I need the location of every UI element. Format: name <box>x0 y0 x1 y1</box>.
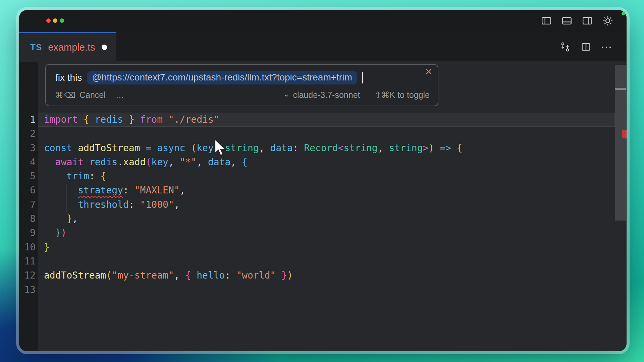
token: ( <box>146 157 151 168</box>
code-editor[interactable]: 1import { redis } from "./redis"23const … <box>19 62 627 351</box>
tab-filename: example.ts <box>48 42 95 53</box>
tab-example-ts[interactable]: TS example.ts <box>19 32 116 61</box>
token: : <box>225 270 236 281</box>
line-number[interactable]: 8 <box>19 212 36 226</box>
model-selector[interactable]: claude-3.7-sonnet <box>293 90 360 100</box>
token: key <box>197 142 214 154</box>
token <box>44 213 66 224</box>
token: , <box>259 142 270 154</box>
token: , <box>72 213 78 224</box>
token: , <box>174 199 180 210</box>
token <box>72 142 78 154</box>
line-number[interactable]: 12 <box>19 268 36 283</box>
line-number[interactable]: 3 <box>19 141 36 155</box>
line-number[interactable]: 7 <box>19 198 36 212</box>
token: , <box>230 157 242 168</box>
token <box>78 114 84 125</box>
split-editor-icon[interactable] <box>580 41 592 53</box>
mouse-cursor <box>212 139 227 159</box>
token: addToStream <box>78 142 140 154</box>
token: const <box>44 142 72 154</box>
prompt-input-text[interactable]: fix this <box>55 72 82 83</box>
line-number[interactable]: 1 <box>19 113 36 127</box>
token: await <box>55 157 84 168</box>
code-line[interactable]: 4 await redis.xadd(key, "*", data, { <box>19 155 606 169</box>
code-line[interactable]: 9 }) <box>19 226 606 240</box>
code-line[interactable]: 10} <box>19 240 606 254</box>
line-number[interactable]: 10 <box>19 240 36 254</box>
toggle-secondary-sidebar-icon[interactable] <box>581 15 593 27</box>
toggle-panel-icon[interactable] <box>561 15 573 27</box>
code-line[interactable]: 2 <box>19 127 606 141</box>
close-icon[interactable]: ✕ <box>425 67 432 77</box>
line-number[interactable]: 5 <box>19 169 36 183</box>
token: ( <box>191 142 197 154</box>
token <box>451 142 457 154</box>
code-lines: 1import { redis } from "./redis"23const … <box>19 113 606 297</box>
cancel-button[interactable]: Cancel <box>79 90 106 100</box>
token: addToStream <box>44 270 106 281</box>
more-options-button[interactable]: … <box>116 90 125 100</box>
code-line[interactable]: 7 threshold: "1000", <box>19 198 606 212</box>
token <box>44 227 55 238</box>
toggle-primary-sidebar-icon[interactable] <box>540 15 552 27</box>
token: "1000" <box>140 199 174 210</box>
close-window-button[interactable] <box>46 18 51 23</box>
token: ) <box>287 270 293 281</box>
compare-changes-icon[interactable] <box>559 41 571 53</box>
line-number[interactable]: 13 <box>19 283 36 297</box>
token: } <box>55 227 61 238</box>
token <box>151 142 157 154</box>
token: > <box>423 142 429 154</box>
token: } <box>44 242 50 253</box>
code-line[interactable]: 13 <box>19 283 606 297</box>
more-actions-icon[interactable]: ⋯ <box>601 41 612 53</box>
token: "*" <box>180 157 197 168</box>
code-text: }) <box>36 226 66 240</box>
code-line[interactable]: 3const addToStream = async (key: string,… <box>19 141 606 155</box>
context-url-chip[interactable]: @https://context7.com/upstash-redis/llm.… <box>87 71 357 84</box>
token <box>44 157 55 168</box>
recording-indicator-dot <box>622 12 625 15</box>
line-number[interactable]: 9 <box>19 226 36 240</box>
token <box>123 114 129 125</box>
code-line[interactable]: 8 }, <box>19 212 606 226</box>
code-line[interactable]: 6 strategy: "MAXLEN", <box>19 183 606 197</box>
settings-gear-icon[interactable] <box>602 15 614 27</box>
token <box>140 142 146 154</box>
token: redis <box>95 114 123 125</box>
titlebar[interactable] <box>19 10 627 33</box>
token <box>191 270 197 281</box>
code-line[interactable]: 1import { redis } from "./redis" <box>19 113 606 127</box>
token: ) <box>428 142 434 154</box>
token <box>276 270 281 281</box>
zoom-window-button[interactable] <box>60 18 64 23</box>
line-number[interactable]: 11 <box>19 254 36 268</box>
line-number[interactable]: 4 <box>19 155 36 169</box>
tab-bar: TS example.ts ⋯ <box>19 32 627 62</box>
overview-ruler-cursor-marker <box>615 88 626 90</box>
window-controls <box>46 18 64 23</box>
token: , <box>378 142 389 154</box>
token: "world" <box>236 270 276 281</box>
code-line[interactable]: 5 trim: { <box>19 169 606 183</box>
line-number[interactable]: 2 <box>19 127 36 141</box>
code-line[interactable]: 11 <box>19 254 606 268</box>
code-text <box>36 283 44 297</box>
token: Record <box>304 142 338 154</box>
token: "my-stream" <box>112 270 174 281</box>
editor-window: TS example.ts ⋯ 1import { redis } from "… <box>19 10 627 351</box>
code-line[interactable]: 12addToStream("my-stream", { hello: "wor… <box>19 268 606 283</box>
minimize-window-button[interactable] <box>53 18 57 23</box>
token: . <box>117 157 123 168</box>
modified-indicator-dot[interactable] <box>102 45 107 50</box>
line-number[interactable]: 6 <box>19 183 36 197</box>
token: : <box>293 142 304 154</box>
token: : <box>89 171 101 182</box>
token <box>185 142 191 154</box>
code-text: } <box>36 240 50 254</box>
code-text: threshold: "1000", <box>36 198 180 212</box>
token: { <box>457 142 463 154</box>
token: : <box>123 185 135 196</box>
text-caret <box>362 72 363 83</box>
